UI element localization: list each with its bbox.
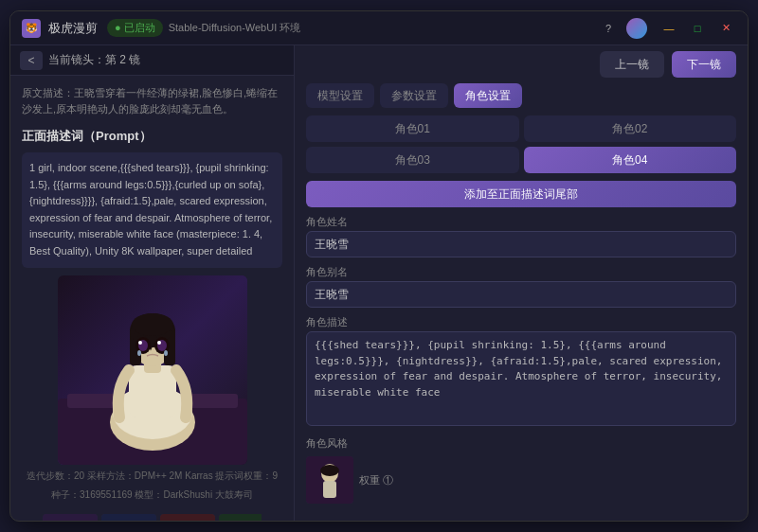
thumbnail-3[interactable] (160, 514, 215, 521)
prompt-content[interactable]: 1 girl, indoor scene,{{{shed tears}}}, {… (22, 152, 282, 268)
thumbnail-4[interactable] (219, 514, 262, 521)
char-tab-4[interactable]: 角色04 (524, 147, 737, 173)
tab-model[interactable]: 模型设置 (306, 83, 374, 108)
svg-rect-39 (323, 481, 336, 498)
right-top-nav: 上一镜 下一镜 (295, 45, 748, 83)
tab-character[interactable]: 角色设置 (454, 83, 522, 108)
style-thumbnail (306, 456, 353, 504)
char-tab-3[interactable]: 角色03 (306, 147, 519, 173)
titlebar: 🐯 极虎漫剪 ● 已启动 Stable-Diffusion-WebUI 环境 ?… (10, 11, 748, 45)
prev-scene-button[interactable]: 上一镜 (600, 51, 664, 78)
add-prompt-button[interactable]: 添加至正面描述词尾部 (306, 181, 736, 207)
svg-point-38 (320, 465, 339, 476)
image-meta-line1: 迭代步数：20 采样方法：DPM++ 2M Karras 提示词权重：9 (27, 469, 278, 484)
original-desc: 原文描述：王晓雪穿着一件经薄的绿裙,脸色惨白,蜷缩在沙发上,原本明艳动人的脸庞此… (22, 85, 282, 116)
char-name-label: 角色姓名 (306, 215, 736, 229)
svg-point-19 (164, 350, 168, 356)
back-button[interactable]: < (20, 51, 43, 70)
help-button[interactable]: ? (598, 18, 619, 39)
thumbnail-1[interactable] (43, 514, 98, 521)
app-logo: 🐯 (22, 19, 41, 38)
char-alias-label: 角色别名 (306, 265, 736, 279)
app-env: Stable-Diffusion-WebUI 环境 (169, 21, 301, 35)
right-tab-bar: 模型设置 参数设置 角色设置 (295, 83, 748, 108)
svg-rect-24 (101, 514, 156, 521)
char-name-input[interactable] (306, 231, 736, 257)
left-panel: < 当前镜头：第 2 镜 原文描述：王晓雪穿着一件经薄的绿裙,脸色惨白,蜷缩在沙… (10, 45, 295, 521)
breadcrumb-text: 当前镜头：第 2 镜 (48, 52, 140, 68)
svg-point-17 (157, 341, 161, 345)
right-panel: 上一镜 下一镜 模型设置 参数设置 角色设置 角色01 角色02 角色03 角色… (295, 45, 748, 521)
svg-point-16 (138, 341, 142, 345)
char-style-section: 角色风格 权重 ① (306, 436, 736, 504)
svg-rect-28 (160, 514, 215, 521)
char-tab-1[interactable]: 角色01 (306, 115, 519, 142)
char-alias-field-group: 角色别名 (306, 265, 736, 308)
svg-point-18 (137, 350, 141, 356)
svg-rect-20 (43, 514, 98, 521)
close-button[interactable]: ✕ (715, 18, 736, 39)
char-desc-field-group: 角色描述 {{{shed tears}}}, {pupil shrinking:… (306, 315, 736, 429)
prompt-section-title: 正面描述词（Prompt） (22, 128, 282, 145)
thumbnail-2[interactable] (101, 514, 156, 521)
char-desc-label: 角色描述 (306, 315, 736, 329)
left-content: 原文描述：王晓雪穿着一件经薄的绿裙,脸色惨白,蜷缩在沙发上,原本明艳动人的脸庞此… (10, 76, 294, 521)
style-preview: 权重 ① (306, 456, 736, 504)
main-area: < 当前镜头：第 2 镜 原文描述：王晓雪穿着一件经薄的绿裙,脸色惨白,蜷缩在沙… (10, 45, 748, 521)
char-desc-textarea[interactable]: {{{shed tears}}}, {pupil shrinking: 1.5}… (306, 331, 736, 426)
char-name-field-group: 角色姓名 (306, 215, 736, 257)
char-tab-2[interactable]: 角色02 (524, 115, 737, 142)
app-status: ● 已启动 (107, 19, 163, 37)
app-window: 🐯 极虎漫剪 ● 已启动 Stable-Diffusion-WebUI 环境 ?… (9, 10, 749, 522)
style-info: 权重 ① (359, 473, 393, 488)
thumbnail-strip: ‹ (22, 510, 282, 521)
char-alias-input[interactable] (306, 281, 736, 308)
svg-rect-5 (129, 365, 176, 417)
window-controls: ? — □ ✕ (598, 18, 736, 39)
app-title: 极虎漫剪 (48, 20, 98, 37)
right-content-area: 角色01 角色02 角色03 角色04 添加至正面描述词尾部 角色姓名 角色别名 (295, 115, 748, 521)
maximize-button[interactable]: □ (687, 18, 708, 39)
next-scene-button[interactable]: 下一镜 (672, 51, 736, 78)
main-image (58, 275, 247, 465)
breadcrumb-bar: < 当前镜头：第 2 镜 (10, 45, 294, 76)
minimize-button[interactable]: — (659, 18, 679, 39)
image-meta-line2: 种子：3169551169 模型：DarkShushi 大鼓寿司 (51, 488, 253, 503)
thumbnail-list (43, 514, 262, 521)
avatar[interactable] (626, 18, 647, 39)
character-tabs: 角色01 角色02 角色03 角色04 (306, 115, 736, 173)
tab-params[interactable]: 参数设置 (380, 83, 448, 108)
svg-rect-32 (219, 514, 262, 521)
char-style-label: 角色风格 (306, 436, 736, 451)
style-name: 权重 ① (359, 473, 393, 488)
image-area: 迭代步数：20 采样方法：DPM++ 2M Karras 提示词权重：9 种子：… (22, 275, 282, 503)
